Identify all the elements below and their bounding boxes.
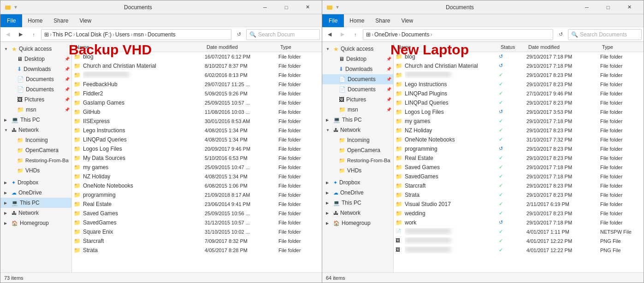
menu-share-right[interactable]: Share (370, 14, 396, 27)
sidebar-item-homegroup-left[interactable]: ▶ 🏠 Homegroup (0, 218, 71, 228)
table-row[interactable]: 📁 SavedGames 31/12/2015 10:57 ... File f… (72, 218, 322, 227)
table-row[interactable]: 📁 LINQPad Queries ✓ 29/10/2017 8:23 PM F… (394, 98, 644, 107)
sidebar-item-documents2-right[interactable]: 📄 Documents 📌 (322, 84, 393, 94)
path-segment[interactable]: Documents (148, 31, 176, 38)
table-row[interactable]: 📁 Logos Log Files ↺ 29/10/2017 3:53 PM F… (394, 107, 644, 117)
sidebar-item-network-right[interactable]: ▼ 🖧 Network (322, 125, 393, 135)
table-row[interactable]: 📁 programming 21/09/2018 8:17 AM File fo… (72, 190, 322, 200)
table-row[interactable]: 📁 Lego Instructions ✓ 29/10/2017 8:23 PM… (394, 80, 644, 89)
close-button-left[interactable]: ✕ (297, 0, 318, 14)
sidebar-item-downloads-right[interactable]: ⬇ Downloads 📌 (322, 64, 393, 74)
table-row[interactable]: 📁 blog 16/07/2017 6:12 PM File folder (72, 52, 322, 61)
sidebar-item-restoring-left[interactable]: 📁 Restoring-From-Ba (0, 155, 71, 165)
sidebar-item-pictures-right[interactable]: 🖼 Pictures 📌 (322, 94, 393, 105)
sidebar-item-msn-right[interactable]: 📁 msn 📌 (322, 105, 393, 115)
sidebar-item-network2-left[interactable]: ▶ 🖧 Network (0, 208, 71, 218)
sidebar-item-incoming-right[interactable]: 📁 Incoming (322, 135, 393, 145)
sidebar-item-restoring-right[interactable]: 📁 Restoring-From-Ba (322, 155, 393, 165)
sidebar-item-opencamera-left[interactable]: 📁 OpenCamera (0, 145, 71, 155)
sidebar-item-desktop-right[interactable]: 🖥 Desktop 📌 (322, 54, 393, 64)
col-header-status-right[interactable]: Status (499, 44, 526, 50)
maximize-button-right[interactable]: □ (597, 0, 619, 14)
sidebar-item-documents1-left[interactable]: 📄 Documents 📌 (0, 74, 71, 84)
forward-button-right[interactable]: ▶ (337, 29, 348, 40)
table-row[interactable]: 📁 6/02/2016 8:13 PM File folder (72, 71, 322, 80)
sidebar-item-dropbox-right[interactable]: ▶ ✦ Dropbox (322, 177, 393, 188)
refresh-button-right[interactable]: ↺ (555, 29, 566, 40)
refresh-button-left[interactable]: ↺ (233, 29, 244, 40)
table-row[interactable]: 📁 SavedGames ✓ 29/10/2017 7:18 PM File f… (394, 172, 644, 181)
table-row[interactable]: 📁 Square Enix 31/10/2015 10:02 ... File … (72, 227, 322, 236)
table-row[interactable]: 📁 my games 25/09/2015 10:47 ... File fol… (72, 163, 322, 172)
table-row[interactable]: 📁 work ↺ 29/10/2017 7:18 PM File folder (394, 218, 644, 227)
table-row[interactable]: 📁 My Data Sources 5/10/2016 6:53 PM File… (72, 153, 322, 163)
col-header-type-left[interactable]: Type (278, 44, 320, 50)
sidebar-item-dropbox-left[interactable]: ▶ ✦ Dropbox (0, 177, 71, 188)
table-row[interactable]: 📁 Visual Studio 2017 ✓ 2/11/2017 6:19 PM… (394, 200, 644, 209)
sidebar-item-documents2-left[interactable]: 📄 Documents 📌 (0, 84, 71, 94)
table-row[interactable]: 📁 Starcraft ✓ 29/10/2017 8:23 PM File fo… (394, 181, 644, 190)
menu-home-right[interactable]: Home (344, 14, 370, 27)
table-row[interactable]: 📁 Church and Christian Material ↺ 29/10/… (394, 61, 644, 71)
table-row[interactable]: 📁 GitHub 11/08/2016 10:03 ... File folde… (72, 107, 322, 117)
menu-file-right[interactable]: File (322, 14, 344, 27)
table-row[interactable]: 📁 Strata 4/05/2017 8:28 PM File folder (72, 246, 322, 255)
sidebar-item-thispc-left[interactable]: ▶ 💻 This PC (0, 115, 71, 125)
table-row[interactable]: 📁 my games ✓ 29/10/2017 7:18 PM File fol… (394, 117, 644, 126)
path-segment[interactable]: Users (115, 31, 130, 38)
up-button-right[interactable]: ↑ (350, 29, 361, 40)
back-button-right[interactable]: ◀ (324, 29, 335, 40)
minimize-button-right[interactable]: ─ (576, 0, 597, 14)
table-row[interactable]: 📁 programming ↺ 29/10/2017 8:23 PM File … (394, 144, 644, 153)
table-row[interactable]: 📁 NZ Holiday 4/08/2015 1:34 PM File fold… (72, 172, 322, 181)
sidebar-item-desktop-left[interactable]: 🖥 Desktop 📌 (0, 54, 71, 64)
sidebar-item-vhds-right[interactable]: 📁 VHDs (322, 165, 393, 176)
maximize-button-left[interactable]: □ (276, 0, 297, 14)
menu-view-right[interactable]: View (396, 14, 419, 27)
sidebar-item-onedrive-left[interactable]: ▶ ☁ OneDrive (0, 188, 71, 198)
sidebar-item-vhds-left[interactable]: 📁 VHDs (0, 165, 71, 176)
sidebar-item-quickaccess-left[interactable]: ▼ ★ Quick access (0, 44, 71, 54)
sidebar-item-thispc-right[interactable]: ▶ 💻 This PC (322, 115, 393, 125)
back-button-left[interactable]: ◀ (2, 29, 13, 40)
sidebar-item-quickaccess-right[interactable]: ▼ ★ Quick access (322, 44, 393, 54)
forward-button-left[interactable]: ▶ (15, 29, 26, 40)
path-segment[interactable]: This PC (53, 31, 72, 38)
col-header-date-right[interactable]: Date modified (526, 44, 600, 50)
sidebar-item-network-left[interactable]: ▼ 🖧 Network (0, 125, 71, 135)
minimize-button-left[interactable]: ─ (254, 0, 276, 14)
table-row[interactable]: 📁 LINQPad Plugins ✓ 27/10/2017 9:46 PM F… (394, 89, 644, 98)
path-segment[interactable]: msn (133, 31, 144, 38)
table-row[interactable]: 📁 Gaslamp Games 25/09/2015 10:57 ... Fil… (72, 98, 322, 107)
search-box-left[interactable]: 🔍 Search Docum (246, 29, 320, 40)
table-row[interactable]: 🖼 ✓ 4/01/2017 12:22 PM PNG File (394, 246, 644, 255)
sidebar-item-downloads-left[interactable]: ⬇ Downloads 📌 (0, 64, 71, 74)
table-row[interactable]: 📁 ✓ 29/10/2017 8:23 PM File folder (394, 71, 644, 80)
table-row[interactable]: 📁 OneNote Notebooks ✓ 31/10/2017 7:32 PM… (394, 135, 644, 144)
table-row[interactable]: 📁 blog ↺ 29/10/2017 7:18 PM File folder (394, 52, 644, 61)
path-segment[interactable]: OneDrive (374, 31, 398, 38)
up-button-left[interactable]: ↑ (28, 29, 39, 40)
path-segment[interactable]: Documents (402, 31, 430, 38)
menu-home-left[interactable]: Home (22, 14, 48, 27)
sidebar-item-thispc2-right[interactable]: ▶ 💻 This PC (322, 198, 393, 208)
menu-view-left[interactable]: View (74, 14, 97, 27)
close-button-right[interactable]: ✕ (619, 0, 640, 14)
table-row[interactable]: 📁 IISExpress 30/01/2016 8:53 AM File fol… (72, 117, 322, 126)
sidebar-item-documents1-right[interactable]: 📄 Documents 📌 (322, 74, 393, 84)
col-header-name-right[interactable]: Name (396, 44, 499, 50)
table-row[interactable]: 📁 Saved Games ✓ 29/10/2017 7:18 PM File … (394, 163, 644, 172)
table-row[interactable]: 📁 Fiddler2 5/09/2015 9:26 PM File folder (72, 89, 322, 98)
table-row[interactable]: 📁 Church and Christian Material 8/10/201… (72, 61, 322, 71)
sidebar-item-thispc2-left[interactable]: ▶ 💻 This PC (0, 198, 71, 208)
table-row[interactable]: 📁 Starcraft 7/09/2017 8:32 PM File folde… (72, 236, 322, 246)
table-row[interactable]: 📁 Strata ✓ 29/10/2017 8:23 PM File folde… (394, 190, 644, 200)
col-header-name-left[interactable]: Name (74, 44, 205, 50)
table-row[interactable]: 📁 Logos Log Files 20/09/2017 9:46 PM Fil… (72, 144, 322, 153)
sidebar-item-homegroup-right[interactable]: ▶ 🏠 Homegroup (322, 218, 393, 228)
path-segment[interactable]: Local Disk (F:) (76, 31, 112, 38)
col-header-date-left[interactable]: Date modified (205, 44, 278, 50)
sidebar-item-incoming-left[interactable]: 📁 Incoming (0, 135, 71, 145)
table-row[interactable]: 📁 LINQPad Queries 4/08/2015 1:34 PM File… (72, 135, 322, 144)
table-row[interactable]: 📁 Lego Instructions 4/08/2015 1:34 PM Fi… (72, 126, 322, 135)
